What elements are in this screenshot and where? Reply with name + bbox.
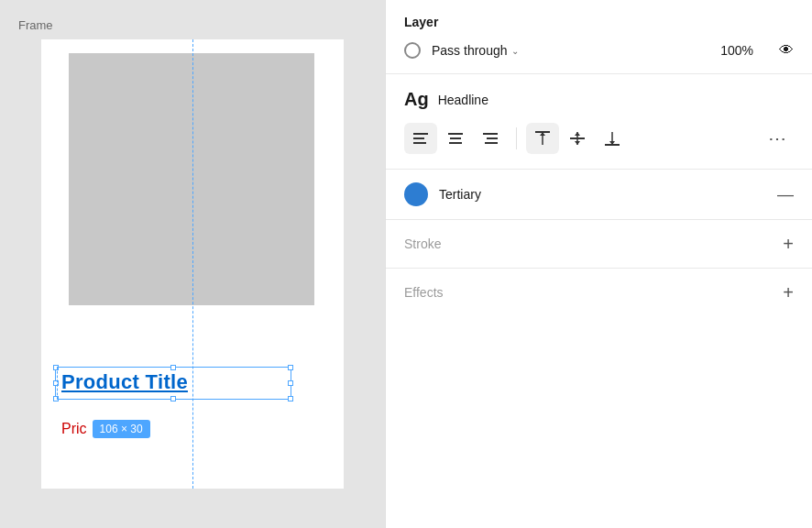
svg-marker-15 [575,132,580,136]
layer-section: Layer Pass through ⌄ 100% 👁 [386,0,812,74]
price-text: Pric [61,421,87,437]
add-effect-button[interactable]: + [783,283,794,302]
divider [516,127,517,149]
layer-row: Pass through ⌄ 100% 👁 [404,42,794,59]
overflow-indicator [41,367,58,400]
opacity-value[interactable]: 100% [720,43,753,58]
frame-container: Product Title Pric 106 × 30 [41,39,344,489]
chevron-down-icon: ⌄ [511,46,519,56]
price-row: Pric 106 × 30 [61,420,150,438]
align-left-button[interactable] [404,123,437,154]
blend-mode-label: Pass through [432,43,508,58]
layer-section-title: Layer [404,15,794,29]
fill-color-name: Tertiary [439,187,481,202]
align-buttons-group [404,123,507,154]
effects-label: Effects [404,285,444,300]
right-panel: Layer Pass through ⌄ 100% 👁 Ag Headline [385,0,812,528]
svg-marker-16 [575,141,580,145]
handle-bottom-right[interactable] [288,396,293,402]
handle-middle-right[interactable] [288,380,293,386]
text-section: Ag Headline [386,74,812,170]
text-header: Ag Headline [404,89,794,110]
frame-label: Frame [18,18,367,32]
stroke-section: Stroke + [386,220,812,269]
valign-middle-button[interactable] [561,123,594,154]
align-right-button[interactable] [474,123,507,154]
product-title[interactable]: Product Title [61,370,188,394]
dimension-badge: 106 × 30 [93,420,150,438]
valign-buttons-group [526,123,629,154]
remove-fill-button[interactable]: — [777,186,794,203]
blend-mode-icon [404,42,421,59]
stroke-label: Stroke [404,236,441,251]
handle-bottom-center[interactable] [170,396,176,402]
blend-mode-select[interactable]: Pass through ⌄ [432,43,519,58]
valign-top-button[interactable] [526,123,559,154]
image-placeholder [69,53,314,305]
text-more-button[interactable]: ⋯ [761,123,794,154]
effects-section: Effects + [386,269,812,316]
add-stroke-button[interactable]: + [783,235,794,253]
valign-bottom-button[interactable] [596,123,629,154]
align-center-button[interactable] [439,123,472,154]
text-controls: ⋯ [404,123,794,154]
visibility-icon[interactable]: 👁 [779,42,794,59]
fill-color-swatch[interactable] [404,182,428,206]
text-style-label: Headline [438,93,488,107]
canvas-area: Frame Product Title Pric 106 × 30 [0,0,385,528]
fill-section: Tertiary — [386,170,812,220]
ag-icon: Ag [404,89,429,110]
center-guide-line [192,39,193,489]
handle-top-right[interactable] [288,365,293,370]
